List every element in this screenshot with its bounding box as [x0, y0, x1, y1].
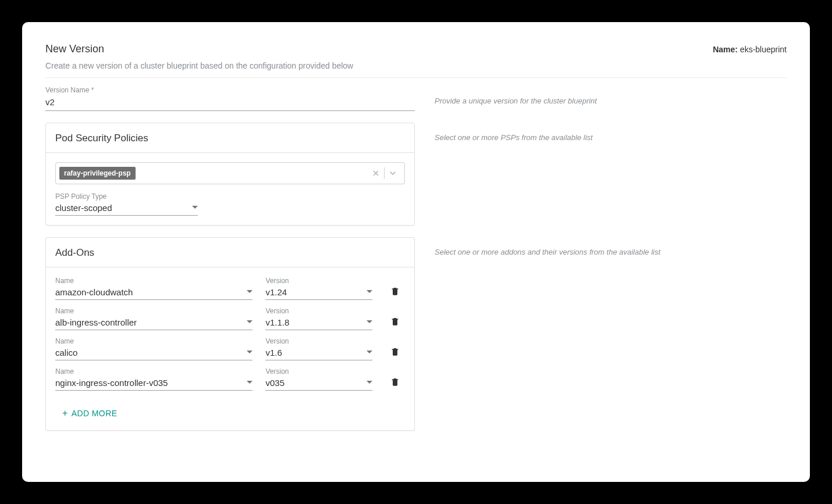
addon-name-label: Name [55, 337, 253, 345]
add-more-button[interactable]: + ADD MORE [62, 408, 117, 419]
psp-title: Pod Security Policies [55, 133, 405, 144]
blueprint-name-label: Name: [713, 45, 738, 54]
caret-down-icon [247, 287, 253, 297]
caret-down-icon [367, 377, 372, 388]
psp-card-header: Pod Security Policies [46, 123, 414, 153]
version-row: Version Name * Provide a unique version … [45, 86, 787, 111]
version-name-input[interactable] [45, 95, 415, 111]
addon-version-select[interactable]: v1.24 [265, 285, 372, 300]
addon-name-select[interactable]: amazon-cloudwatch [55, 285, 253, 300]
trash-icon[interactable] [385, 286, 405, 300]
addon-version-value: v1.24 [265, 287, 367, 297]
version-name-label: Version Name * [45, 86, 415, 94]
addon-name-label: Name [55, 307, 253, 315]
trash-icon[interactable] [385, 346, 405, 360]
trash-icon[interactable] [385, 377, 405, 391]
header-divider [45, 77, 787, 78]
addons-hint-col: Select one or more addons and their vers… [435, 237, 787, 256]
page-title: New Version [45, 43, 104, 55]
addon-version-select[interactable]: v1.6 [265, 346, 372, 360]
psp-hint: Select one or more PSPs from the availab… [435, 133, 787, 142]
psp-policy-type-value: cluster-scoped [55, 203, 192, 213]
psp-card: Pod Security Policies rafay-privileged-p… [45, 123, 415, 226]
addon-version-select[interactable]: v035 [265, 376, 372, 391]
caret-down-icon [247, 377, 253, 388]
add-more-label: ADD MORE [72, 409, 118, 418]
plus-icon: + [62, 408, 68, 419]
addon-name-value: amazon-cloudwatch [55, 287, 247, 297]
addon-version-label: Version [265, 337, 372, 345]
psp-card-body: rafay-privileged-psp PSP Policy Type clu… [46, 153, 414, 225]
version-field: Version Name * [45, 86, 415, 111]
psp-hint-col: Select one or more PSPs from the availab… [435, 123, 787, 142]
page-container: New Version Name: eks-blueprint Create a… [22, 22, 810, 482]
caret-down-icon [367, 287, 372, 297]
blueprint-name-block: Name: eks-blueprint [713, 45, 787, 54]
header-row: New Version Name: eks-blueprint [45, 43, 787, 55]
addons-hint: Select one or more addons and their vers… [435, 248, 787, 256]
addon-version-value: v1.1.8 [265, 317, 367, 327]
psp-chip[interactable]: rafay-privileged-psp [59, 167, 136, 180]
addons-card-header: Add-Ons [46, 238, 414, 267]
caret-down-icon [367, 317, 372, 327]
addon-row: Name amazon-cloudwatch Version v1.24 [55, 277, 405, 300]
addons-card: Add-Ons Name amazon-cloudwatch Version [45, 237, 415, 431]
caret-down-icon [247, 347, 253, 358]
page-subtitle: Create a new version of a cluster bluepr… [45, 61, 787, 70]
psp-policy-type-field: PSP Policy Type cluster-scoped [55, 192, 198, 216]
addon-version-value: v1.6 [265, 348, 367, 358]
blueprint-name-value: eks-blueprint [740, 45, 787, 54]
addon-version-label: Version [265, 307, 372, 315]
psp-policy-type-label: PSP Policy Type [55, 192, 198, 201]
caret-down-icon [247, 317, 253, 327]
addons-title: Add-Ons [55, 247, 405, 259]
psp-multiselect[interactable]: rafay-privileged-psp [55, 162, 405, 184]
addon-name-label: Name [55, 277, 253, 285]
caret-down-icon [192, 202, 198, 213]
addons-row: Add-Ons Name amazon-cloudwatch Version [45, 237, 787, 431]
addon-row: Name nginx-ingress-controller-v035 Versi… [55, 367, 405, 391]
addon-name-label: Name [55, 367, 253, 376]
addons-card-body: Name amazon-cloudwatch Version v1.24 [46, 267, 414, 430]
chevron-down-icon[interactable] [385, 169, 401, 178]
caret-down-icon [367, 347, 372, 358]
version-hint-col: Provide a unique version for the cluster… [435, 86, 787, 105]
addon-name-value: calico [55, 348, 247, 358]
addon-name-value: alb-ingress-controller [55, 317, 247, 327]
addon-version-label: Version [265, 367, 372, 376]
close-icon[interactable] [368, 169, 384, 177]
addon-version-value: v035 [265, 378, 367, 388]
psp-policy-type-select[interactable]: cluster-scoped [55, 201, 198, 216]
psp-row: Pod Security Policies rafay-privileged-p… [45, 123, 787, 226]
addon-name-select[interactable]: calico [55, 346, 253, 360]
addon-name-select[interactable]: nginx-ingress-controller-v035 [55, 376, 253, 391]
addon-version-label: Version [265, 277, 372, 285]
addon-name-value: nginx-ingress-controller-v035 [55, 378, 247, 388]
version-hint: Provide a unique version for the cluster… [435, 96, 787, 105]
addon-version-select[interactable]: v1.1.8 [265, 316, 372, 330]
trash-icon[interactable] [385, 316, 405, 330]
addon-row: Name calico Version v1.6 [55, 337, 405, 360]
addon-row: Name alb-ingress-controller Version v1.1… [55, 307, 405, 330]
addon-name-select[interactable]: alb-ingress-controller [55, 316, 253, 330]
